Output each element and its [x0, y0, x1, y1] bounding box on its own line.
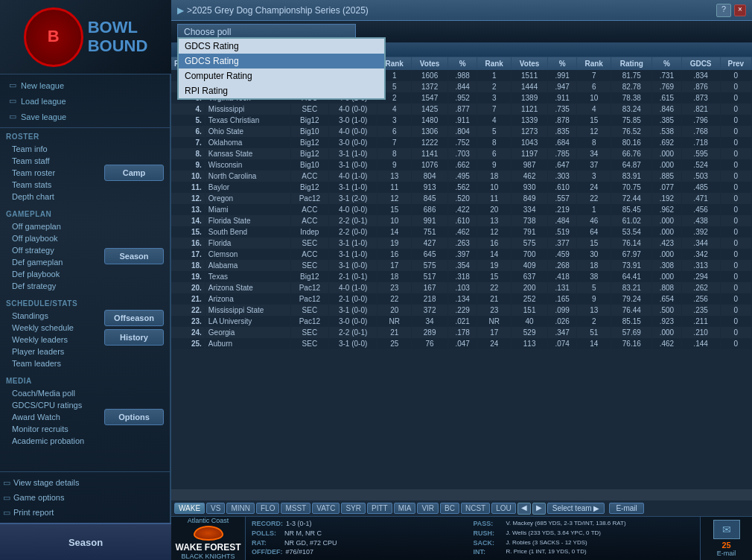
poll-option-computer[interactable]: Computer Rating — [179, 69, 384, 83]
table-row[interactable]: 20. Arizona State Pac12 4-0 (1-0) 23 167… — [171, 282, 752, 293]
poll-option-gdcs-selected[interactable]: GDCS Rating — [179, 54, 384, 69]
coach-media-poll-item[interactable]: Coach/Media poll — [0, 387, 101, 399]
team-tab-wake[interactable]: WAKE — [174, 503, 205, 514]
table-row[interactable]: 6. Ohio State Big10 4-0 (0-0) 6 1306 .80… — [171, 126, 752, 137]
table-row[interactable]: 25. Auburn SEC 3-1 (0-0) 25 76 .047 24 1… — [171, 338, 752, 349]
team-tab-pitt[interactable]: PITT — [367, 503, 392, 514]
poll-option-rpi[interactable]: RPI Rating — [179, 83, 384, 98]
help-button[interactable]: ? — [716, 4, 731, 17]
def-gameplan-item[interactable]: Def gameplan — [0, 256, 101, 268]
off-playbook-item[interactable]: Off playbook — [0, 232, 101, 244]
table-row[interactable]: 11. Baylor Big12 3-1 (1-0) 11 913 .562 1… — [171, 182, 752, 193]
cell-gdcs: .211 — [681, 316, 720, 327]
cell-pct3: .000 — [652, 215, 681, 226]
team-helmet-icon — [194, 526, 223, 541]
cell-rank2: 9 — [477, 159, 512, 171]
team-tab-syr[interactable]: SYR — [341, 503, 366, 514]
weekly-schedule-item[interactable]: Weekly schedule — [0, 322, 101, 334]
table-row[interactable]: 14. Florida State ACC 2-2 (0-1) 10 991 .… — [171, 215, 752, 226]
team-info-item[interactable]: Team info — [0, 143, 101, 155]
academic-probation-item[interactable]: Academic probation — [0, 435, 101, 447]
cell-conf: Big12 — [290, 182, 328, 193]
camp-button[interactable]: Camp — [104, 165, 164, 181]
table-row[interactable]: 24. Georgia SEC 2-2 (0-1) 21 289 .178 17… — [171, 327, 752, 338]
options-button[interactable]: Options — [104, 409, 164, 425]
team-roster-item[interactable]: Team roster — [0, 167, 101, 179]
table-row[interactable]: 15. South Bend Indep 2-2 (0-0) 14 751 .4… — [171, 226, 752, 238]
table-row[interactable]: 4. Mississippi SEC 4-0 (0-0) 4 1425 .877… — [171, 104, 752, 115]
table-row[interactable]: 16. Florida SEC 3-1 (1-0) 19 427 .263 16… — [171, 238, 752, 249]
team-tab-vir[interactable]: VIR — [417, 503, 439, 514]
int-value: R. Price (1 INT, 19 YDS, 0 TD) — [506, 548, 587, 557]
def-strategy-item[interactable]: Def strategy — [0, 280, 101, 292]
team-tab-vatc[interactable]: VATC — [312, 503, 340, 514]
team-staff-item[interactable]: Team staff — [0, 155, 101, 167]
table-row[interactable]: 9. Wisconsin Big10 3-1 (0-0) 9 1076 .662… — [171, 159, 752, 171]
offseason-button[interactable]: Offseason — [104, 310, 164, 326]
table-row[interactable]: 13. Miami ACC 4-0 (0-0) 15 686 .422 20 3… — [171, 204, 752, 215]
cell-prev: 0 — [720, 226, 751, 238]
prev-team-arrow[interactable]: ◀ — [517, 503, 531, 515]
team-tab-ncst[interactable]: NCST — [461, 503, 490, 514]
def-playbook-item[interactable]: Def playbook — [0, 268, 101, 280]
table-row[interactable]: 21. Arizona Pac12 2-1 (0-0) 22 218 .134 … — [171, 293, 752, 305]
cell-prev: 0 — [720, 137, 751, 148]
cell-votes1: 289 — [412, 327, 448, 338]
team-tab-msst[interactable]: MSST — [281, 503, 310, 514]
email-icon[interactable]: ✉ — [713, 520, 740, 539]
table-row[interactable]: 5. Texas Christian Big12 3-0 (1-0) 3 148… — [171, 115, 752, 126]
next-team-arrow[interactable]: ▶ — [532, 503, 546, 515]
cell-team: Arizona State — [205, 282, 290, 293]
email-tab-button[interactable]: E-mail — [609, 503, 643, 514]
weekly-leaders-item[interactable]: Weekly leaders — [0, 334, 101, 346]
award-watch-item[interactable]: Award Watch — [0, 411, 101, 423]
cell-record: 3-0 (1-0) — [329, 115, 377, 126]
table-row[interactable]: 8. Kansas State Big12 3-1 (1-0) 8 1141 .… — [171, 148, 752, 159]
table-row[interactable]: 7. Oklahoma Big12 3-0 (0-0) 7 1222 .752 … — [171, 137, 752, 148]
team-tab-bc[interactable]: BC — [440, 503, 459, 514]
print-report-item[interactable]: Print report — [13, 506, 54, 518]
save-league-btn[interactable]: ▭ Save league — [0, 109, 170, 124]
cell-prev: 0 — [720, 126, 751, 137]
table-row[interactable]: 19. Texas Big12 2-1 (0-1) 18 517 .318 15… — [171, 271, 752, 282]
table-row[interactable]: 12. Oregon Pac12 3-1 (2-0) 12 845 .520 1… — [171, 193, 752, 204]
offdef-row: OFF/DEF: #76/#107 — [252, 548, 473, 557]
poll-option-gdcs-1[interactable]: GDCS Rating — [179, 39, 384, 54]
gdcs-cpu-ratings-item[interactable]: GDCS/CPU ratings — [0, 399, 101, 411]
history-button[interactable]: History — [104, 329, 164, 346]
depth-chart-item[interactable]: Depth chart — [0, 191, 101, 203]
team-tab-mia[interactable]: MIA — [394, 503, 416, 514]
team-tab-minn[interactable]: MINN — [226, 503, 255, 514]
team-tab-flo[interactable]: FLO — [256, 503, 279, 514]
poll-options-dropdown[interactable]: GDCS Rating GDCS Rating Computer Rating … — [177, 37, 386, 100]
view-stage-details-item[interactable]: View stage details — [13, 477, 79, 489]
cell-votes1: 76 — [412, 338, 448, 349]
poll-table-container[interactable]: Rank Team Conf Record Rank Votes % Rank … — [171, 57, 752, 489]
off-strategy-item[interactable]: Off strategy — [0, 244, 101, 256]
load-league-btn[interactable]: ▭ Load league — [0, 93, 170, 109]
monitor-recruits-item[interactable]: Monitor recruits — [0, 423, 101, 435]
cell-record: 3-1 (1-0) — [329, 148, 377, 159]
season-bottom-button[interactable]: Season — [0, 523, 171, 560]
team-leaders-item[interactable]: Team leaders — [0, 357, 101, 369]
table-row[interactable]: 22. Mississippi State SEC 3-1 (0-0) 20 3… — [171, 305, 752, 316]
cell-rank1: 12 — [377, 193, 412, 204]
close-button[interactable]: × — [734, 4, 746, 16]
record-row: RECORD: 1-3 (0-1) — [252, 520, 473, 529]
season-button[interactable]: Season — [104, 248, 164, 264]
player-leaders-item[interactable]: Player leaders — [0, 346, 101, 357]
table-row[interactable]: 18. Alabama SEC 3-1 (0-0) 17 575 .354 19… — [171, 260, 752, 271]
off-gameplan-item[interactable]: Off gameplan — [0, 220, 101, 232]
table-row[interactable]: 10. North Carolina ACC 4-0 (1-0) 13 804 … — [171, 171, 752, 182]
standings-item[interactable]: Standings — [0, 310, 101, 322]
table-row[interactable]: 17. Clemson ACC 3-1 (1-0) 16 645 .397 14… — [171, 249, 752, 260]
team-tab-vs[interactable]: VS — [206, 503, 225, 514]
team-tab-lou[interactable]: LOU — [491, 503, 516, 514]
game-options-item[interactable]: Game options — [13, 491, 64, 503]
cell-pct3: .731 — [652, 70, 681, 81]
logo-icon: B — [24, 7, 83, 67]
table-row[interactable]: 23. LA University Pac12 3-0 (0-0) NR 34 … — [171, 316, 752, 327]
select-team-button[interactable]: Select team ▶ — [547, 503, 605, 514]
team-stats-item[interactable]: Team stats — [0, 179, 101, 191]
new-league-btn[interactable]: ▭ New league — [0, 77, 170, 93]
